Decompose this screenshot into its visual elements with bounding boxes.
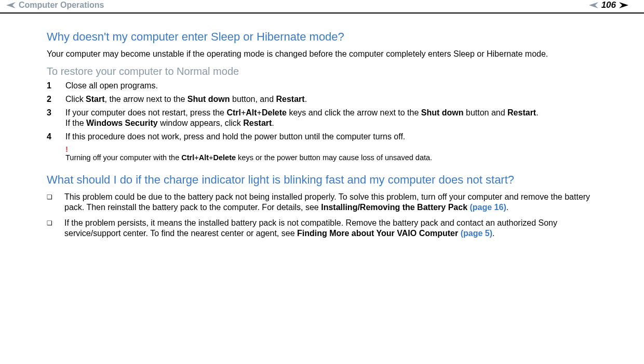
page-header: Computer Operations 106 <box>0 0 644 14</box>
step-number: 2 <box>47 94 54 105</box>
bullet-row: ❏ If the problem persists, it means the … <box>47 218 597 239</box>
bullet-text: If the problem persists, it means the in… <box>64 218 597 239</box>
bullet-icon: ❏ <box>47 192 54 213</box>
step-text: If this procedure does not work, press a… <box>65 132 405 142</box>
arrow-left-icon[interactable] <box>6 2 16 8</box>
step-text: If your computer does not restart, press… <box>65 108 539 128</box>
section-subheading: To restore your computer to Normal mode <box>47 66 597 77</box>
step-row: 3 If your computer does not restart, pre… <box>47 108 597 128</box>
step-number: 3 <box>47 108 54 128</box>
page-link[interactable]: (page 5) <box>461 229 492 238</box>
warning-icon: ! <box>65 145 597 153</box>
section-heading: Why doesn't my computer enter Sleep or H… <box>47 30 597 44</box>
step-row: 1 Close all open programs. <box>47 81 597 91</box>
step-row: 2 Click Start, the arrow next to the Shu… <box>47 94 597 105</box>
bullet-text: This problem could be due to the battery… <box>64 192 597 213</box>
svg-marker-2 <box>619 2 628 8</box>
nav-prev-icon[interactable] <box>589 2 598 8</box>
page-link[interactable]: (page 16) <box>469 203 506 212</box>
warning-text: Turning off your computer with the Ctrl+… <box>65 153 597 163</box>
step-text: Click Start, the arrow next to the Shut … <box>65 94 307 105</box>
svg-marker-0 <box>6 2 16 8</box>
breadcrumb-text: Computer Operations <box>19 1 104 10</box>
step-row: 4 If this procedure does not work, press… <box>47 132 597 142</box>
page-content: Why doesn't my computer enter Sleep or H… <box>0 30 644 239</box>
warning-note: ! Turning off your computer with the Ctr… <box>65 145 597 163</box>
breadcrumb: Computer Operations <box>6 1 104 10</box>
section-heading: What should I do if the charge indicator… <box>47 173 597 187</box>
nav-next-icon[interactable] <box>619 2 628 8</box>
step-number: 4 <box>47 132 54 142</box>
page-number: 106 <box>601 0 616 10</box>
intro-paragraph: Your computer may become unstable if the… <box>47 49 597 59</box>
bullet-row: ❏ This problem could be due to the batte… <box>47 192 597 213</box>
step-text: Close all open programs. <box>65 81 158 91</box>
svg-marker-1 <box>589 2 598 8</box>
step-number: 1 <box>47 81 54 91</box>
bullet-icon: ❏ <box>47 218 54 239</box>
page-nav: 106 <box>589 0 628 10</box>
